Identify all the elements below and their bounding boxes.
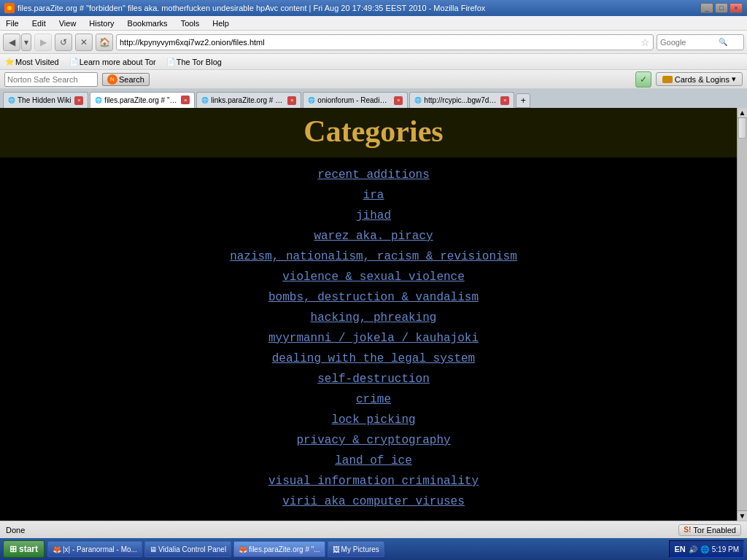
tab-onionforum[interactable]: 🌐 onionforum - Reading Topic... ×: [303, 92, 408, 108]
taskbar-pictures[interactable]: 🖼 My Pictures: [328, 541, 384, 557]
taskbar-item-label: Vidalia Control Panel: [158, 545, 226, 553]
taskbar-item-label: files.paraZite.org # "...: [249, 545, 320, 553]
tab-parazite-files[interactable]: 🌐 files.paraZite.org # "fo... ×: [90, 92, 195, 108]
google-search-input[interactable]: [660, 38, 719, 47]
close-x-icon[interactable]: ×: [394, 96, 403, 105]
minimize-button[interactable]: _: [700, 3, 713, 13]
category-link[interactable]: nazism, nationalism, racism & revisionis…: [230, 250, 517, 263]
taskbar-tray: EN 🔊 🌐 5:19 PM: [669, 540, 744, 558]
back-button[interactable]: ◀: [3, 34, 20, 51]
category-link[interactable]: bombs, destruction & vandalism: [268, 291, 479, 304]
tab-close-button[interactable]: ×: [181, 96, 190, 104]
cards-logins-button[interactable]: Cards & Logins ▾: [656, 72, 743, 86]
scroll-up-button[interactable]: ▲: [738, 108, 747, 118]
bookmark-tor-blog[interactable]: 📄 The Tor Blog: [164, 57, 224, 67]
cards-dropdown-icon: ▾: [732, 74, 736, 84]
category-link[interactable]: dealing with the legal system: [272, 352, 475, 365]
tab-label: links.paraZite.org # underg...: [211, 96, 284, 104]
close-x-icon[interactable]: ×: [500, 96, 509, 105]
close-x-icon[interactable]: ×: [181, 96, 190, 104]
menu-view[interactable]: View: [56, 18, 80, 28]
norton-refresh-button[interactable]: ✓: [635, 71, 651, 88]
taskbar-item-icon: 🖥: [150, 545, 157, 553]
bookmark-star[interactable]: ☆: [640, 36, 650, 48]
tab-rcypic[interactable]: 🌐 http://rcypic...bgw7dq.onion/ ×: [409, 92, 514, 108]
tab-close-button[interactable]: ×: [287, 96, 296, 105]
tab-close-button[interactable]: ×: [394, 96, 403, 105]
reload-button[interactable]: ↺: [55, 34, 72, 51]
start-button[interactable]: ⊞ start: [3, 540, 44, 558]
scroll-track[interactable]: ▼ ▲: [737, 108, 747, 521]
tab-hidden-wiki[interactable]: 🌐 The Hidden Wiki ×: [3, 92, 88, 108]
tab-favicon: 🌐: [201, 97, 209, 104]
home-button[interactable]: 🏠: [96, 34, 113, 51]
taskbar-item-icon: 🦊: [53, 545, 61, 553]
category-link[interactable]: ira: [363, 189, 384, 202]
tab-label: files.paraZite.org # "fo...: [104, 96, 177, 104]
tray-icon1: 🔊: [689, 545, 697, 553]
taskbar-item-label: |x| - Paranormal - Mo...: [63, 545, 137, 553]
new-tab-button[interactable]: +: [516, 93, 530, 108]
bookmark-icon: 📄: [166, 58, 175, 66]
category-link[interactable]: virii aka computer viruses: [282, 495, 465, 508]
menu-edit[interactable]: Edit: [29, 18, 49, 28]
close-button[interactable]: ×: [729, 3, 743, 13]
category-link[interactable]: land of ice: [335, 454, 412, 467]
category-link[interactable]: violence & sexual violence: [282, 271, 465, 284]
tab-favicon: 🌐: [8, 97, 15, 104]
close-x-icon[interactable]: ×: [287, 96, 296, 105]
menu-file[interactable]: File: [3, 18, 22, 28]
tab-favicon: 🌐: [308, 97, 315, 104]
scroll-down-button[interactable]: ▼: [738, 510, 747, 521]
menu-tools[interactable]: Tools: [178, 18, 203, 28]
tab-close-button[interactable]: ×: [74, 96, 83, 105]
taskbar-item-label: My Pictures: [341, 545, 379, 553]
taskbar-vidalia[interactable]: 🖥 Vidalia Control Panel: [144, 541, 231, 557]
category-link[interactable]: privacy & cryptography: [296, 434, 450, 447]
bookmark-most-visited[interactable]: ⭐ Most Visited: [3, 57, 61, 67]
category-link[interactable]: visual information criminality: [268, 475, 479, 488]
tor-icon: S!: [684, 526, 691, 534]
category-link[interactable]: lock picking: [331, 413, 415, 427]
tor-label: Tor Enabled: [693, 526, 736, 534]
norton-search-button[interactable]: N Search: [102, 73, 150, 86]
taskbar-items: 🦊 |x| - Paranormal - Mo... 🖥 Vidalia Con…: [47, 541, 666, 557]
category-link[interactable]: crime: [356, 393, 391, 406]
tab-close-button[interactable]: ×: [500, 96, 509, 105]
category-link[interactable]: jihad: [356, 209, 391, 222]
bookmark-learn-tor[interactable]: 📄 Learn more about Tor: [67, 57, 158, 67]
tab-links-parazite[interactable]: 🌐 links.paraZite.org # underg... ×: [196, 92, 301, 108]
address-input[interactable]: [120, 38, 638, 47]
category-link[interactable]: recent additions: [317, 168, 430, 182]
bookmark-label: The Tor Blog: [177, 58, 222, 66]
clock: 5:19 PM: [712, 545, 739, 553]
menu-history[interactable]: History: [86, 18, 117, 28]
nav-bar: ◀ ▾ ▶ ↺ ✕ 🏠 ☆ 🔍: [0, 31, 747, 54]
category-link[interactable]: myyrmanni / jokela / kauhajoki: [268, 332, 479, 345]
address-bar-container: ☆: [116, 34, 654, 50]
menu-help[interactable]: Help: [209, 18, 232, 28]
search-container: 🔍: [657, 34, 744, 50]
tray-icon2: 🌐: [700, 545, 709, 553]
tab-label: The Hidden Wiki: [18, 96, 71, 104]
categories-title: Categories: [303, 114, 443, 148]
main-content: Categories recent additionsirajihadwarez…: [0, 108, 747, 521]
tab-favicon: 🌐: [95, 97, 102, 104]
status-text: Done: [6, 526, 25, 534]
close-x-icon[interactable]: ×: [74, 96, 83, 105]
category-link[interactable]: warez aka. piracy: [314, 230, 433, 243]
stop-button[interactable]: ✕: [75, 34, 93, 51]
norton-search-input[interactable]: [7, 75, 95, 84]
taskbar-parazite[interactable]: 🦊 files.paraZite.org # "...: [233, 541, 325, 557]
maximize-button[interactable]: □: [715, 3, 728, 13]
nav-buttons: ◀ ▾: [3, 34, 31, 51]
categories-header: Categories: [0, 108, 747, 158]
taskbar: ⊞ start 🦊 |x| - Paranormal - Mo... 🖥 Vid…: [0, 538, 747, 560]
forward-button[interactable]: ▶: [34, 34, 52, 51]
window-controls: _ □ ×: [700, 3, 743, 13]
category-link[interactable]: hacking, phreaking: [311, 311, 437, 324]
taskbar-paranormal[interactable]: 🦊 |x| - Paranormal - Mo...: [47, 541, 142, 557]
menu-bookmarks[interactable]: Bookmarks: [125, 18, 171, 28]
back-dropdown[interactable]: ▾: [21, 34, 31, 51]
category-link[interactable]: self-destruction: [317, 373, 430, 386]
